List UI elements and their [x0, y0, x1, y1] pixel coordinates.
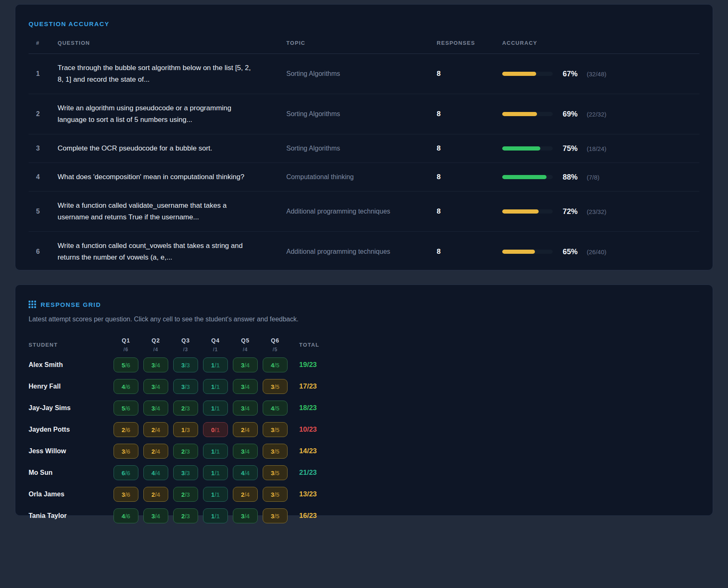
score-cell[interactable]: 3/4 [143, 401, 168, 415]
accuracy-bar-track [502, 112, 553, 116]
score-cell[interactable]: 3/6 [114, 444, 138, 459]
score-cell[interactable]: 4/4 [233, 465, 258, 480]
student-row: Jay-Jay Sims 5/6 3/4 2/3 1/1 3/4 4/5 18/… [29, 399, 699, 417]
score-cell[interactable]: 3/5 [263, 487, 288, 502]
score-cell[interactable]: 0/1 [203, 422, 228, 437]
score-cell[interactable]: 3/3 [173, 379, 198, 394]
score-cell[interactable]: 3/5 [263, 422, 288, 437]
score-cell[interactable]: 3/3 [173, 357, 198, 372]
question-column-max: /5 [263, 347, 288, 352]
score-max: /1 [215, 448, 220, 455]
question-text: Write a function called count_vowels tha… [58, 240, 286, 263]
score-cell[interactable]: 1/1 [203, 508, 228, 523]
score-cell[interactable]: 2/6 [114, 422, 138, 437]
score-value: 4 [271, 362, 274, 369]
score-value: 2 [181, 448, 185, 455]
question-topic: Sorting Algorithms [286, 145, 437, 152]
question-number: 2 [29, 110, 58, 118]
score-cell[interactable]: 5/6 [114, 357, 138, 372]
score-cell[interactable]: 3/4 [233, 379, 258, 394]
score-cell[interactable]: 2/3 [173, 401, 198, 415]
score-cell[interactable]: 2/4 [143, 444, 168, 459]
question-column-header: Q3 /3 [173, 337, 198, 352]
score-value: 1 [211, 405, 215, 412]
score-cell[interactable]: 4/4 [143, 465, 168, 480]
student-name: Alex Smith [29, 361, 109, 369]
score-cell[interactable]: 3/4 [233, 357, 258, 372]
score-cell[interactable]: 1/1 [203, 465, 228, 480]
score-cell[interactable]: 3/5 [263, 379, 288, 394]
score-cell[interactable]: 4/5 [263, 401, 288, 415]
question-accuracy: 72% (23/32) [502, 207, 699, 216]
score-value: 3 [152, 362, 155, 369]
score-max: /4 [244, 491, 250, 498]
score-max: /5 [274, 362, 280, 369]
accuracy-bar-fill [502, 175, 547, 179]
score-cell[interactable]: 3/5 [263, 508, 288, 523]
score-cell[interactable]: 4/5 [263, 357, 288, 372]
score-cell[interactable]: 1/1 [203, 357, 228, 372]
score-value: 3 [241, 513, 244, 520]
score-value: 1 [211, 513, 215, 520]
score-cell[interactable]: 1/1 [203, 401, 228, 415]
question-number: 4 [29, 173, 58, 181]
score-value: 4 [241, 469, 244, 476]
score-max: /4 [155, 491, 160, 498]
score-cell[interactable]: 2/3 [173, 487, 198, 502]
question-text: Write an algorithm using pseudocode or a… [58, 102, 286, 126]
score-cell[interactable]: 3/5 [263, 465, 288, 480]
accuracy-percent: 69% [563, 110, 585, 119]
score-value: 3 [122, 491, 125, 498]
score-max: /4 [155, 362, 160, 369]
score-cell[interactable]: 4/6 [114, 379, 138, 394]
question-responses: 8 [437, 207, 502, 216]
student-total: 19/23 [293, 361, 338, 369]
score-cell[interactable]: 6/6 [114, 465, 138, 480]
score-cell[interactable]: 3/4 [143, 357, 168, 372]
score-cell[interactable]: 2/4 [233, 422, 258, 437]
accuracy-fraction: (7/8) [587, 174, 600, 181]
score-cell[interactable]: 2/4 [143, 487, 168, 502]
score-max: /4 [244, 448, 250, 455]
score-cell[interactable]: 3/6 [114, 487, 138, 502]
score-cell[interactable]: 1/1 [203, 444, 228, 459]
score-cell[interactable]: 3/3 [173, 465, 198, 480]
student-total: 21/23 [293, 469, 338, 477]
score-value: 4 [152, 469, 155, 476]
score-cell[interactable]: 2/3 [173, 508, 198, 523]
student-row: Jess Willow 3/6 2/4 2/3 1/1 3/4 3/5 14/2… [29, 442, 699, 460]
score-max: /3 [185, 426, 190, 433]
student-name: Jayden Potts [29, 426, 109, 433]
accuracy-table-row: 4 What does 'decomposition' mean in comp… [29, 163, 699, 192]
score-cell[interactable]: 5/6 [114, 401, 138, 415]
score-cell[interactable]: 4/6 [114, 508, 138, 523]
score-cell[interactable]: 3/4 [143, 379, 168, 394]
question-text: Complete the OCR pseudocode for a bubble… [58, 143, 286, 154]
score-cell[interactable]: 1/1 [203, 379, 228, 394]
score-cell[interactable]: 3/4 [233, 508, 258, 523]
score-cell[interactable]: 2/4 [233, 487, 258, 502]
question-text: What does 'decomposition' mean in comput… [58, 171, 286, 183]
question-topic: Computational thinking [286, 173, 437, 181]
accuracy-bar-fill [502, 209, 539, 214]
student-total: 13/23 [293, 490, 338, 498]
student-row: Mo Sun 6/6 4/4 3/3 1/1 4/4 3/5 21/23 [29, 464, 699, 482]
score-cell[interactable]: 2/4 [143, 422, 168, 437]
score-cell[interactable]: 3/4 [233, 444, 258, 459]
question-topic: Sorting Algorithms [286, 110, 437, 118]
column-header-topic: TOPIC [286, 40, 437, 46]
score-cell[interactable]: 3/4 [233, 401, 258, 415]
score-cell[interactable]: 3/4 [143, 508, 168, 523]
score-cell[interactable]: 1/1 [203, 487, 228, 502]
score-max: /4 [155, 405, 160, 412]
question-topic: Additional programming techniques [286, 208, 437, 215]
score-max: /1 [215, 362, 220, 369]
score-value: 2 [152, 491, 155, 498]
grid-icon [29, 301, 36, 308]
student-total: 14/23 [293, 447, 338, 455]
score-cell[interactable]: 2/3 [173, 444, 198, 459]
score-cell[interactable]: 1/3 [173, 422, 198, 437]
score-cell[interactable]: 3/5 [263, 444, 288, 459]
response-grid-title: RESPONSE GRID [41, 301, 101, 308]
question-column-label: Q2 [143, 337, 168, 344]
